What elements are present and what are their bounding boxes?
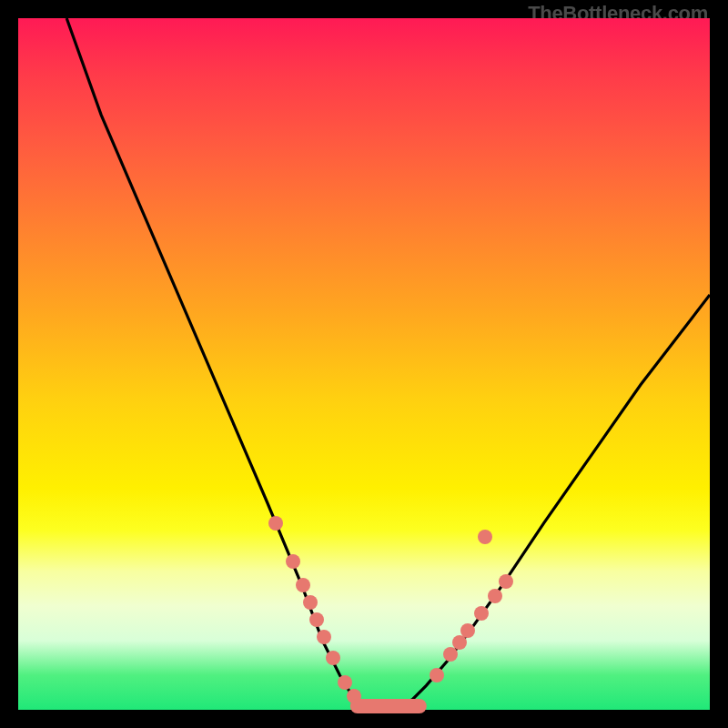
- right-marker-dot-4: [474, 606, 489, 621]
- left-marker-dot-4: [309, 612, 324, 627]
- curve-svg: [18, 18, 710, 710]
- right-curve: [399, 295, 710, 706]
- right-marker-dot-7: [499, 574, 513, 589]
- left-marker-dot-5: [317, 630, 331, 644]
- chart-container: TheBottleneck.com: [0, 0, 728, 728]
- right-marker-dot-1: [443, 647, 458, 662]
- right-marker-dot-0: [430, 668, 444, 682]
- left-marker-dot-2: [296, 578, 310, 592]
- left-marker-dot-1: [286, 554, 300, 569]
- plot-area: [18, 18, 710, 710]
- right-marker-dot-5: [478, 530, 492, 544]
- right-marker-dot-3: [460, 623, 475, 638]
- left-marker-dot-0: [268, 516, 283, 531]
- left-marker-dot-6: [326, 651, 340, 665]
- left-marker-dot-3: [303, 595, 318, 610]
- left-curve: [66, 18, 370, 706]
- right-marker-dot-6: [488, 589, 502, 603]
- left-marker-dot-7: [338, 675, 352, 690]
- bottom-marker-segment: [349, 699, 426, 713]
